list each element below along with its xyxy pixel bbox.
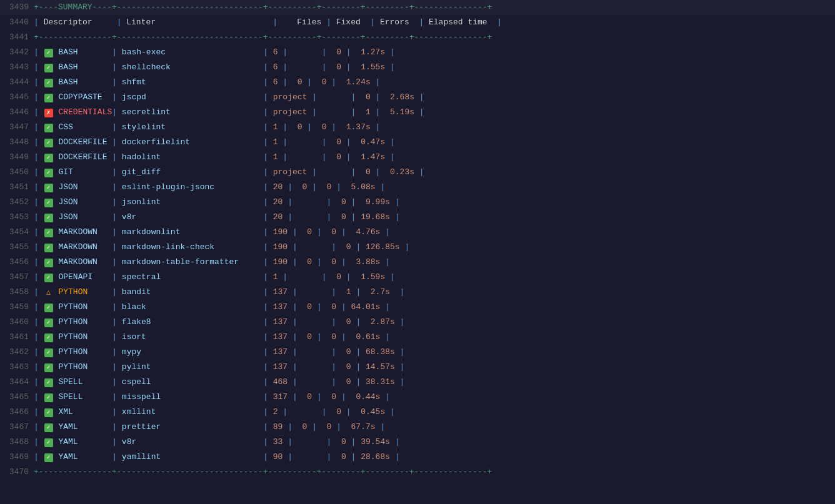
table-row: 3445| ✓ COPYPASTE | jscpd | project | | … <box>0 90 835 105</box>
status-check-icon: ✓ <box>44 274 53 282</box>
errors-cell: 0 <box>341 242 356 252</box>
line-number: 3465 <box>2 392 29 403</box>
linter-cell: xmllint <box>122 407 263 417</box>
linter-cell: bandit <box>122 287 263 297</box>
line-number: 3444 <box>2 77 29 88</box>
table-row: 3441+---------------+-------------------… <box>0 30 835 45</box>
table-row: 3440| Descriptor | Linter | Files | Fixe… <box>0 15 835 30</box>
fixed-cell: 0 <box>302 332 317 342</box>
linter-cell: isort <box>122 332 263 342</box>
line-content: | ✓ MARKDOWN | markdown-table-formatter … <box>34 257 832 268</box>
elapsed-cell: 1.59s <box>356 272 390 282</box>
linter-cell: black <box>122 302 263 312</box>
table-row: 3464| ✓ SPELL | cspell | 468 | | 0 | 38.… <box>0 375 835 390</box>
elapsed-cell: 5.08s <box>346 182 381 192</box>
descriptor-cell: MARKDOWN <box>58 242 112 252</box>
status-check-icon: ✓ <box>44 64 53 72</box>
table-row: 3456| ✓ MARKDOWN | markdown-table-format… <box>0 255 835 270</box>
files-cell: 20 <box>273 197 288 207</box>
fixed-cell: 0 <box>298 182 312 192</box>
descriptor-cell: BASH <box>58 62 112 72</box>
line-number: 3468 <box>2 437 29 448</box>
errors-cell: 0 <box>336 437 351 447</box>
line-content: | Descriptor | Linter | Files | Fixed | … <box>34 17 832 28</box>
line-number: 3440 <box>2 17 29 28</box>
linter-cell: stylelint <box>122 122 263 132</box>
line-number: 3442 <box>2 47 29 58</box>
files-cell: 1 <box>273 272 283 282</box>
descriptor-cell: SPELL <box>58 392 112 402</box>
line-number: 3441 <box>2 32 29 43</box>
status-check-icon: ✓ <box>44 348 53 357</box>
status-check-icon: ✓ <box>44 169 53 177</box>
elapsed-cell: 67.7s <box>346 422 381 432</box>
fixed-cell <box>302 287 332 297</box>
linter-cell: spectral <box>122 272 263 282</box>
line-number: 3443 <box>2 62 29 73</box>
line-content: | ✓ DOCKERFILE | dockerfilelint | 1 | | … <box>34 137 832 148</box>
elapsed-cell: 4.76s <box>351 227 386 237</box>
line-content: | ✓ JSON | eslint-plugin-jsonc | 20 | 0 … <box>34 182 832 193</box>
linter-cell: markdownlint <box>122 227 263 237</box>
files-cell: 89 <box>273 422 288 432</box>
table-row: 3446| ✗ CREDENTIALS| secretlint | projec… <box>0 105 835 120</box>
files-cell: 137 <box>273 287 292 297</box>
files-cell: 190 <box>273 257 292 267</box>
elapsed-cell: 3.88s <box>351 257 386 267</box>
errors-cell: 0 <box>336 212 351 222</box>
table-row: 3463| ✓ PYTHON | pylint | 137 | | 0 | 14… <box>0 360 835 375</box>
linter-cell: pylint <box>122 362 263 372</box>
elapsed-cell: 0.44s <box>351 392 386 402</box>
line-number: 3463 <box>2 362 29 373</box>
errors-cell: 0 <box>317 122 331 132</box>
line-content: | ✓ BASH | shellcheck | 6 | | 0 | 1.55s … <box>34 62 832 73</box>
status-check-icon: ✓ <box>44 304 53 312</box>
line-number: 3439 <box>2 2 29 13</box>
line-number: 3456 <box>2 257 29 268</box>
linter-cell: v8r <box>122 437 263 447</box>
elapsed-cell: 0.45s <box>356 407 390 417</box>
elapsed-cell: 1.47s <box>356 152 390 162</box>
line-number: 3459 <box>2 302 29 313</box>
elapsed-cell: 9.99s <box>361 197 395 207</box>
linter-cell: eslint-plugin-jsonc <box>122 182 263 192</box>
linter-cell: misspell <box>122 392 263 402</box>
errors-cell: 0 <box>331 62 346 72</box>
status-check-icon: ✓ <box>44 408 53 417</box>
errors-cell: 1 <box>361 107 375 117</box>
table-row: 3447| ✓ CSS | stylelint | 1 | 0 | 0 | 1.… <box>0 120 835 135</box>
elapsed-cell: 28.68s <box>361 452 395 462</box>
linter-cell: jscpd <box>122 92 263 102</box>
linter-cell: yamllint <box>122 452 263 462</box>
fixed-cell <box>298 212 327 222</box>
line-number: 3447 <box>2 122 29 133</box>
errors-cell: 0 <box>331 47 346 57</box>
linter-cell: mypy <box>122 347 263 357</box>
status-warn-icon: △ <box>44 288 53 297</box>
descriptor-cell: YAML <box>58 452 112 462</box>
line-number: 3449 <box>2 152 29 163</box>
fixed-cell <box>322 167 351 177</box>
elapsed-cell: 1.37s <box>341 122 376 132</box>
linter-cell: markdown-link-check <box>122 242 263 252</box>
line-content: | ✓ PYTHON | pylint | 137 | | 0 | 14.57s… <box>34 362 832 373</box>
table-row: 3442| ✓ BASH | bash-exec | 6 | | 0 | 1.2… <box>0 45 835 60</box>
fixed-cell <box>298 197 327 207</box>
descriptor-cell: DOCKERFILE <box>58 152 112 162</box>
descriptor-cell: JSON <box>58 212 112 222</box>
descriptor-cell: BASH <box>58 77 112 87</box>
table-row: 3453| ✓ JSON | v8r | 20 | | 0 | 19.68s | <box>0 210 835 225</box>
linter-cell: prettier <box>122 422 263 432</box>
descriptor-cell: MARKDOWN <box>58 257 112 267</box>
elapsed-cell: 0.61s <box>351 332 386 342</box>
table-row: 3448| ✓ DOCKERFILE | dockerfilelint | 1 … <box>0 135 835 150</box>
line-content: | ✓ YAML | prettier | 89 | 0 | 0 | 67.7s… <box>34 422 832 433</box>
descriptor-cell: SPELL <box>58 377 112 387</box>
files-cell: 1 <box>273 137 283 147</box>
files-cell: 317 <box>273 392 292 402</box>
table-row: 3465| ✓ SPELL | misspell | 317 | 0 | 0 |… <box>0 390 835 405</box>
linter-cell: jsonlint <box>122 197 263 207</box>
line-content: | ✓ GIT | git_diff | project | | 0 | 0.2… <box>34 167 832 178</box>
elapsed-cell: 38.31s <box>366 377 400 387</box>
status-check-icon: ✓ <box>44 378 53 387</box>
